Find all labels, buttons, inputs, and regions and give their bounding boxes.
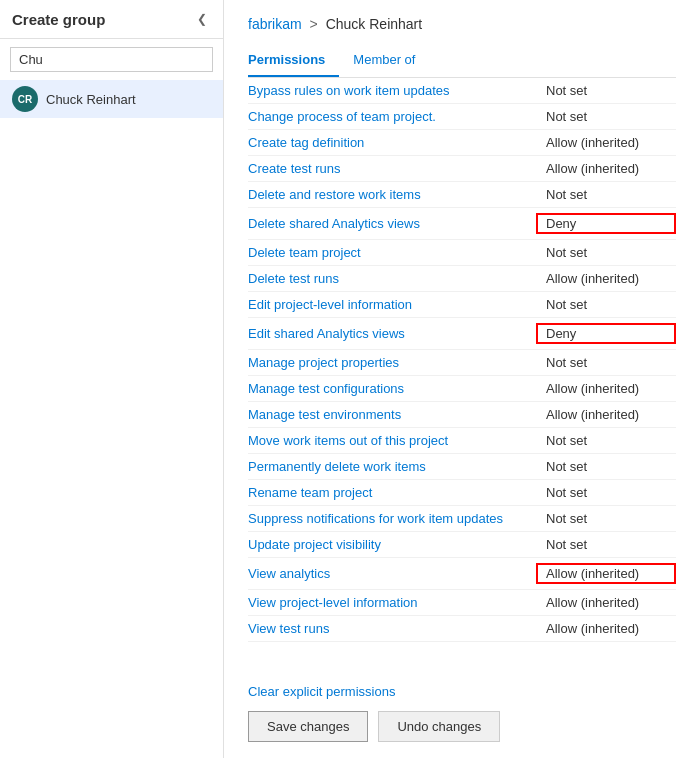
sidebar-title: Create group: [12, 11, 105, 28]
permission-value[interactable]: Allow (inherited): [536, 407, 676, 422]
permission-value[interactable]: Not set: [536, 245, 676, 260]
permission-name[interactable]: Manage test configurations: [248, 381, 536, 396]
save-changes-button[interactable]: Save changes: [248, 711, 368, 742]
permission-value[interactable]: Allow (inherited): [536, 271, 676, 286]
permission-row: Change process of team project.Not set: [248, 104, 676, 130]
permission-row: Delete team projectNot set: [248, 240, 676, 266]
permission-name[interactable]: Permanently delete work items: [248, 459, 536, 474]
undo-changes-button[interactable]: Undo changes: [378, 711, 500, 742]
breadcrumb: fabrikam > Chuck Reinhart: [248, 16, 676, 32]
footer-buttons: Save changes Undo changes: [248, 711, 676, 742]
tab-permissions[interactable]: Permissions: [248, 46, 339, 77]
permission-value[interactable]: Not set: [536, 537, 676, 552]
permission-row: Rename team projectNot set: [248, 480, 676, 506]
permission-name[interactable]: Bypass rules on work item updates: [248, 83, 536, 98]
breadcrumb-org: fabrikam: [248, 16, 302, 32]
permission-name[interactable]: View project-level information: [248, 595, 536, 610]
permission-row: View project-level informationAllow (inh…: [248, 590, 676, 616]
permission-row: Move work items out of this projectNot s…: [248, 428, 676, 454]
footer: Clear explicit permissions Save changes …: [248, 672, 676, 758]
permission-row: Manage test environmentsAllow (inherited…: [248, 402, 676, 428]
permission-row: Edit shared Analytics viewsDeny: [248, 318, 676, 350]
permission-name[interactable]: Delete team project: [248, 245, 536, 260]
permission-name[interactable]: View test runs: [248, 621, 536, 636]
sidebar-collapse-button[interactable]: ❮: [193, 10, 211, 28]
permission-value[interactable]: Not set: [536, 511, 676, 526]
permission-name[interactable]: View analytics: [248, 566, 536, 581]
main-content: fabrikam > Chuck Reinhart PermissionsMem…: [224, 0, 700, 758]
sidebar: Create group ❮ CR Chuck Reinhart: [0, 0, 224, 758]
permission-name[interactable]: Change process of team project.: [248, 109, 536, 124]
permission-value[interactable]: Allow (inherited): [536, 563, 676, 584]
permission-value[interactable]: Not set: [536, 83, 676, 98]
search-input[interactable]: [10, 47, 213, 72]
permission-row: Manage project propertiesNot set: [248, 350, 676, 376]
permission-row: View test runsAllow (inherited): [248, 616, 676, 642]
sidebar-item-label: Chuck Reinhart: [46, 92, 136, 107]
permission-value[interactable]: Not set: [536, 109, 676, 124]
permission-value[interactable]: Allow (inherited): [536, 595, 676, 610]
avatar: CR: [12, 86, 38, 112]
permission-name[interactable]: Manage test environments: [248, 407, 536, 422]
permission-row: Create test runsAllow (inherited): [248, 156, 676, 182]
permission-name[interactable]: Move work items out of this project: [248, 433, 536, 448]
permission-row: Bypass rules on work item updatesNot set: [248, 78, 676, 104]
permission-name[interactable]: Edit project-level information: [248, 297, 536, 312]
permission-value[interactable]: Not set: [536, 459, 676, 474]
permission-name[interactable]: Delete test runs: [248, 271, 536, 286]
permission-value[interactable]: Allow (inherited): [536, 621, 676, 636]
permission-value[interactable]: Not set: [536, 187, 676, 202]
permission-value[interactable]: Not set: [536, 433, 676, 448]
sidebar-header: Create group ❮: [0, 0, 223, 39]
permission-row: Update project visibilityNot set: [248, 532, 676, 558]
permission-row: Suppress notifications for work item upd…: [248, 506, 676, 532]
permission-name[interactable]: Suppress notifications for work item upd…: [248, 511, 536, 526]
permission-name[interactable]: Delete and restore work items: [248, 187, 536, 202]
permission-name[interactable]: Create test runs: [248, 161, 536, 176]
tab-member-of[interactable]: Member of: [353, 46, 429, 77]
permission-row: Create tag definitionAllow (inherited): [248, 130, 676, 156]
permission-value[interactable]: Not set: [536, 355, 676, 370]
permission-value[interactable]: Deny: [536, 323, 676, 344]
permission-row: Delete and restore work itemsNot set: [248, 182, 676, 208]
permission-value[interactable]: Not set: [536, 485, 676, 500]
permissions-area: Bypass rules on work item updatesNot set…: [248, 78, 676, 672]
permission-value[interactable]: Deny: [536, 213, 676, 234]
tabs-container: PermissionsMember of: [248, 46, 676, 78]
permission-name[interactable]: Create tag definition: [248, 135, 536, 150]
permission-row: Manage test configurationsAllow (inherit…: [248, 376, 676, 402]
permission-name[interactable]: Manage project properties: [248, 355, 536, 370]
sidebar-search-container: [10, 47, 213, 72]
breadcrumb-separator: >: [310, 16, 318, 32]
permission-value[interactable]: Allow (inherited): [536, 135, 676, 150]
sidebar-item-chuck-reinhart[interactable]: CR Chuck Reinhart: [0, 80, 223, 118]
permission-row: Permanently delete work itemsNot set: [248, 454, 676, 480]
permission-row: Delete test runsAllow (inherited): [248, 266, 676, 292]
permission-value[interactable]: Not set: [536, 297, 676, 312]
permission-row: View analyticsAllow (inherited): [248, 558, 676, 590]
breadcrumb-user: Chuck Reinhart: [326, 16, 423, 32]
permission-name[interactable]: Update project visibility: [248, 537, 536, 552]
sidebar-members-list: CR Chuck Reinhart: [0, 80, 223, 118]
permission-value[interactable]: Allow (inherited): [536, 161, 676, 176]
permission-name[interactable]: Delete shared Analytics views: [248, 216, 536, 231]
permission-row: Delete shared Analytics viewsDeny: [248, 208, 676, 240]
clear-explicit-permissions-link[interactable]: Clear explicit permissions: [248, 684, 395, 699]
permission-name[interactable]: Rename team project: [248, 485, 536, 500]
permission-name[interactable]: Edit shared Analytics views: [248, 326, 536, 341]
permission-row: Edit project-level informationNot set: [248, 292, 676, 318]
permission-value[interactable]: Allow (inherited): [536, 381, 676, 396]
